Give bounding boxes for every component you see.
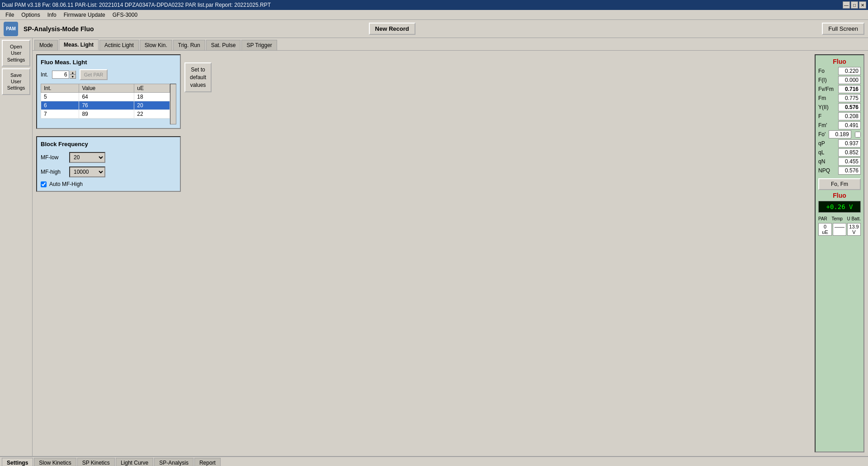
set-default-button[interactable]: Set todefaultvalues <box>184 62 212 92</box>
bottom-tab-settings[interactable]: Settings <box>2 458 33 466</box>
left-panel: Fluo Meas. Light Int. ▲ ▼ Get PAR <box>36 54 181 452</box>
fvfm-label: Fv/Fm <box>818 86 834 92</box>
param-fm: Fm 0.775 <box>818 94 861 102</box>
full-screen-button[interactable]: Full Screen <box>822 23 864 35</box>
table-row[interactable]: 7 89 22 <box>41 110 170 119</box>
table-scrollbar[interactable] <box>170 84 176 124</box>
bottom-tab-sp-kinetics[interactable]: SP Kinetics <box>77 458 115 466</box>
tab-meas-light[interactable]: Meas. Light <box>59 39 99 50</box>
fop-checkbox[interactable] <box>855 132 861 138</box>
param-fmp: Fm' 0.491 <box>818 121 861 129</box>
fm-label: Fm <box>818 95 826 101</box>
par-temp-batt: PAR Temp U Batt. 0 uE —— 13.9 V <box>818 216 861 236</box>
menu-file[interactable]: File <box>2 11 18 19</box>
par-temp-batt-labels: PAR Temp U Batt. <box>818 216 861 221</box>
mf-low-row: MF-low 20 <box>41 152 176 163</box>
fvfm-value: 0.716 <box>838 85 861 93</box>
row1-int: 5 <box>41 93 79 101</box>
row1-value: 64 <box>79 93 134 101</box>
voltage-display: +0.26 V <box>818 201 861 213</box>
mf-low-label: MF-low <box>41 154 66 161</box>
menu-gfs[interactable]: GFS-3000 <box>109 11 141 19</box>
table-row[interactable]: 6 76 20 <box>41 101 170 110</box>
get-par-button[interactable]: Get PAR <box>80 69 108 80</box>
npq-label: NPQ <box>818 167 830 174</box>
bottom-tabs: Settings Slow Kinetics SP Kinetics Light… <box>0 457 868 466</box>
block-freq-title: Block Frequency <box>41 141 176 147</box>
table-row[interactable]: 5 64 18 <box>41 93 170 101</box>
bottom-area: Settings Slow Kinetics SP Kinetics Light… <box>0 456 868 466</box>
int-input[interactable] <box>52 71 69 79</box>
int-spin-up[interactable]: ▲ <box>70 71 76 75</box>
tab-slow-kin[interactable]: Slow Kin. <box>140 40 172 50</box>
mf-high-row: MF-high 10000 <box>41 166 176 177</box>
bottom-tab-slow-kinetics[interactable]: Slow Kinetics <box>34 458 76 466</box>
meas-table-container: Int. Value uE 5 64 18 <box>41 84 176 124</box>
param-yii: Y(II) 0.576 <box>818 103 861 111</box>
col-ue: uE <box>134 84 170 93</box>
block-frequency-box: Block Frequency MF-low 20 MF-high 10000 <box>36 136 181 192</box>
content-area: OpenUserSettings SaveUserSettings Mode M… <box>0 38 868 456</box>
temp-value: —— <box>833 223 846 236</box>
tab-mode[interactable]: Mode <box>34 40 58 50</box>
fmp-value: 0.491 <box>838 121 861 129</box>
main-content: Mode Meas. Light Actinic Light Slow Kin.… <box>33 38 868 456</box>
fluo-box-title: Fluo Meas. Light <box>41 59 176 66</box>
param-fo: Fo 0.220 <box>818 67 861 75</box>
col-int: Int. <box>41 84 79 93</box>
temp-label: Temp <box>831 216 842 221</box>
param-f: F 0.208 <box>818 112 861 120</box>
bottom-tab-light-curve[interactable]: Light Curve <box>116 458 153 466</box>
auto-mf-high-label: Auto MF-High <box>49 181 83 187</box>
par-value: 0 uE <box>818 223 832 236</box>
tab-sp-trigger[interactable]: SP Trigger <box>241 40 277 50</box>
main-toolbar: PAM SP-Analysis-Mode Fluo New Record Ful… <box>0 20 868 38</box>
mode-label: SP-Analysis-Mode Fluo <box>24 25 94 33</box>
new-record-button[interactable]: New Record <box>369 23 415 35</box>
param-qp: qP 0.937 <box>818 139 861 147</box>
qn-value: 0.455 <box>838 157 861 166</box>
fi-value: 0.000 <box>838 76 861 84</box>
npq-value: 0.576 <box>838 166 861 175</box>
row2-value: 76 <box>79 101 134 110</box>
fop-label: Fo' <box>818 131 826 138</box>
param-qn: qN 0.455 <box>818 157 861 166</box>
menu-firmware[interactable]: Firmware Update <box>60 11 109 19</box>
title-text: Dual PAM v3.18 Fw: 08.06.11 PAR-List: 20… <box>2 2 271 8</box>
tab-trig-run[interactable]: Trig. Run <box>173 40 205 50</box>
mf-high-label: MF-high <box>41 169 66 175</box>
close-btn[interactable]: ✕ <box>859 1 866 9</box>
fop-value: 0.189 <box>829 130 851 138</box>
par-temp-batt-values: 0 uE —— 13.9 V <box>818 223 861 236</box>
tab-bar: Mode Meas. Light Actinic Light Slow Kin.… <box>33 38 868 51</box>
yii-value: 0.576 <box>838 103 861 111</box>
int-spin-down[interactable]: ▼ <box>70 75 76 79</box>
tab-sat-pulse[interactable]: Sat. Pulse <box>206 40 241 50</box>
mf-low-select[interactable]: 20 <box>69 152 105 163</box>
minimize-btn[interactable]: — <box>843 1 850 9</box>
tab-actinic-light[interactable]: Actinic Light <box>99 40 139 50</box>
ql-value: 0.852 <box>838 148 861 157</box>
int-label: Int. <box>41 71 48 78</box>
maximize-btn[interactable]: □ <box>851 1 858 9</box>
right-panel: Fluo Fo 0.220 F(I) 0.000 Fv/Fm 0.716 Fm … <box>815 54 864 452</box>
menu-info[interactable]: Info <box>44 11 60 19</box>
row1-ue: 18 <box>134 93 170 101</box>
title-bar: Dual PAM v3.18 Fw: 08.06.11 PAR-List: 20… <box>0 0 868 10</box>
int-row: Int. ▲ ▼ Get PAR <box>41 69 176 80</box>
ubatt-value: 13.9 V <box>847 223 861 236</box>
param-fop: Fo' 0.189 <box>818 130 861 138</box>
fo-fm-button[interactable]: Fo, Fm <box>818 178 861 190</box>
spacer <box>215 54 811 452</box>
fm-value: 0.775 <box>838 94 861 102</box>
bottom-tab-report[interactable]: Report <box>194 458 221 466</box>
mf-high-select[interactable]: 10000 <box>69 166 105 177</box>
int-spinner: ▲ ▼ <box>70 71 76 79</box>
bottom-tab-sp-analysis[interactable]: SP-Analysis <box>154 458 193 466</box>
row3-int: 7 <box>41 110 79 119</box>
open-user-settings-button[interactable]: OpenUserSettings <box>2 40 30 67</box>
menu-options[interactable]: Options <box>18 11 43 19</box>
fo-label: Fo <box>818 68 825 74</box>
auto-mf-high-checkbox[interactable] <box>41 181 47 187</box>
save-user-settings-button[interactable]: SaveUserSettings <box>2 68 30 95</box>
